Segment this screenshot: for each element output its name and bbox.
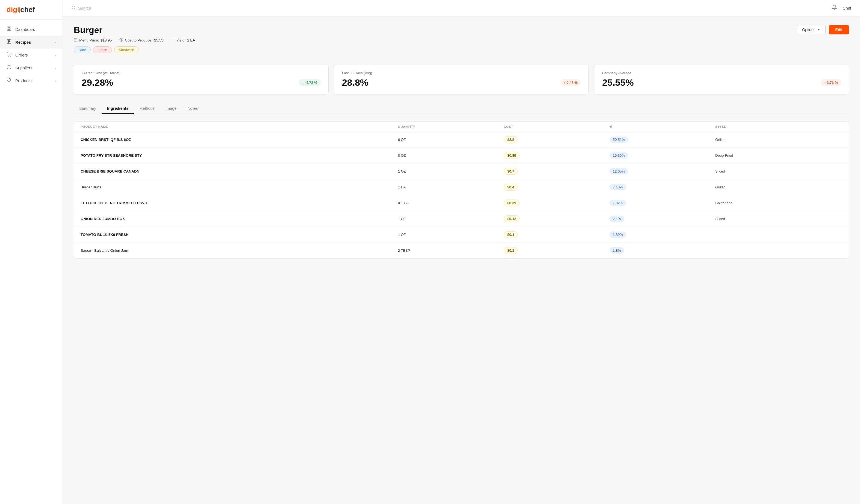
- arrow-up-icon: ↑: [824, 80, 826, 85]
- cost-badge: $0.39: [504, 199, 520, 206]
- quantity-cell: 0.1 EA: [398, 201, 504, 205]
- table-row[interactable]: LETTUCE ICEBERG TRIMMED FDSVC 0.1 EA $0.…: [74, 195, 849, 211]
- nav-arrow-icon: ›: [55, 54, 56, 57]
- percent-cell: 1.89%: [610, 232, 715, 238]
- menu-price-label: Menu Price:: [79, 38, 99, 42]
- yield-value: 1 EA: [187, 38, 195, 42]
- tab-image[interactable]: Image: [160, 103, 182, 114]
- table-row[interactable]: Sauce - Balsamic Onion Jam 2 TBSP $0.1 1…: [74, 243, 849, 258]
- cost-icon: [119, 38, 123, 43]
- table-row[interactable]: Burger Buns 1 EA $0.4 7.13% Grilled: [74, 179, 849, 195]
- sidebar-item-orders[interactable]: Orders ›: [0, 49, 62, 61]
- cost-badge: $0.1: [504, 247, 518, 254]
- percent-cell: 2.1%: [610, 216, 715, 222]
- percent-cell: 15.39%: [610, 152, 715, 159]
- sidebar-item-recipes[interactable]: Recipes ›: [0, 36, 62, 49]
- stat-value-row: 28.8% ↑ 0.48 %: [342, 77, 581, 88]
- sidebar-item-label: Orders: [15, 53, 28, 57]
- stat-label: Last 30 Days (Avg): [342, 71, 581, 75]
- percent-badge: 1.8%: [610, 247, 624, 254]
- cost-cell: $2.8: [504, 136, 610, 143]
- table-row[interactable]: CHEESE BRIE SQUARE CANADN 1 OZ $0.7 12.6…: [74, 164, 849, 179]
- arrow-up-icon: ↑: [563, 80, 565, 85]
- cost-badge: $0.85: [504, 152, 520, 159]
- meta-row: Menu Price: $18.95 Cost to Produce: $5.5…: [74, 38, 195, 43]
- svg-rect-3: [10, 29, 11, 31]
- percent-badge: 1.89%: [610, 232, 626, 238]
- table-row[interactable]: CHICKEN BRST IQF B/S 6OZ 6 OZ $2.8 50.51…: [74, 132, 849, 148]
- table-body: CHICKEN BRST IQF B/S 6OZ 6 OZ $2.8 50.51…: [74, 132, 849, 258]
- tab-methods[interactable]: Methods: [134, 103, 160, 114]
- nav-menu: Dashboard Recipes › Orders › Suppliers ›: [0, 20, 62, 90]
- table-header: PRODUCT NAME QUANTITY COST % STYLE: [74, 122, 849, 132]
- style-cell: Grilled: [715, 185, 842, 189]
- stat-label: Company Average: [602, 71, 841, 75]
- sidebar-item-label: Suppliers: [15, 65, 32, 70]
- tags-row: Core Lunch Sandwich: [74, 46, 195, 53]
- nav-arrow-icon: ›: [55, 66, 56, 70]
- yield-icon: [171, 38, 175, 43]
- stat-badge-red: ↑ 3.73 %: [821, 79, 841, 86]
- style-cell: Sliced: [715, 169, 842, 173]
- cost-produce-value: $5.55: [154, 38, 163, 42]
- logo-area: digichef: [0, 0, 62, 20]
- svg-rect-0: [7, 27, 9, 28]
- nav-arrow-icon: ›: [55, 79, 56, 83]
- logo-chef: chef: [20, 5, 35, 14]
- logo: digichef: [6, 5, 56, 14]
- search-icon: [72, 5, 76, 11]
- product-name-cell: LETTUCE ICEBERG TRIMMED FDSVC: [81, 201, 398, 205]
- cost-cell: $0.1: [504, 247, 610, 254]
- search-placeholder: Search: [78, 6, 91, 10]
- style-cell: Chiffonade: [715, 201, 842, 205]
- product-name-cell: CHICKEN BRST IQF B/S 6OZ: [81, 138, 398, 142]
- quantity-cell: 1 OZ: [398, 233, 504, 237]
- product-name-cell: CHEESE BRIE SQUARE CANADN: [81, 169, 398, 173]
- stat-card-current-cost: Current Cost (vs. Target) 29.28% ↓ -4.72…: [74, 64, 329, 95]
- options-button[interactable]: Options: [797, 25, 825, 34]
- cost-produce-label: Cost to Produce:: [125, 38, 153, 42]
- tag-lunch[interactable]: Lunch: [93, 46, 112, 53]
- col-quantity: QUANTITY: [398, 125, 504, 128]
- cost-cell: $0.7: [504, 168, 610, 175]
- recipes-icon: [6, 39, 12, 45]
- notification-bell-icon[interactable]: [832, 5, 837, 12]
- tab-notes[interactable]: Notes: [182, 103, 203, 114]
- percent-badge: 7.13%: [610, 184, 626, 190]
- menu-price-value: $18.95: [101, 38, 112, 42]
- table-row[interactable]: POTATO FRY STR SEASHORE STY 8 OZ $0.85 1…: [74, 148, 849, 164]
- tag-sandwich[interactable]: Sandwich: [114, 46, 139, 53]
- main-content: Search Chef Burger Menu Price: $18.9: [63, 0, 860, 504]
- quantity-cell: 1 OZ: [398, 169, 504, 173]
- badge-value: -4.72 %: [305, 80, 317, 85]
- tab-summary[interactable]: Summary: [74, 103, 102, 114]
- table-row[interactable]: TOMATO BULK 5X6 FRESH 1 OZ $0.1 1.89%: [74, 227, 849, 243]
- page-header: Burger Menu Price: $18.95 Cost to Produc: [74, 25, 849, 60]
- tag-core[interactable]: Core: [74, 46, 91, 53]
- sidebar-item-products[interactable]: Products ›: [0, 74, 62, 87]
- stat-badge-green: ↓ -4.72 %: [299, 79, 320, 86]
- topbar: Search Chef: [63, 0, 860, 16]
- stat-card-30days: Last 30 Days (Avg) 28.8% ↑ 0.48 %: [334, 64, 589, 95]
- col-cost: COST: [504, 125, 610, 128]
- stat-value: 28.8%: [342, 77, 368, 88]
- tab-ingredients[interactable]: Ingredients: [102, 103, 134, 114]
- arrow-down-icon: ↓: [302, 80, 304, 85]
- edit-button[interactable]: Edit: [829, 25, 849, 34]
- col-percent: %: [610, 125, 715, 128]
- table-row[interactable]: ONION RED JUMBO BOX 1 OZ $0.12 2.1% Slic…: [74, 211, 849, 227]
- style-cell: Sliced: [715, 217, 842, 221]
- header-actions: Options Edit: [797, 25, 849, 34]
- orders-icon: [6, 52, 12, 58]
- sidebar-item-dashboard[interactable]: Dashboard: [0, 23, 62, 36]
- sidebar: digichef Dashboard Recipes › Orders ›: [0, 0, 63, 504]
- suppliers-icon: [6, 65, 12, 71]
- cost-cell: $0.12: [504, 216, 610, 222]
- percent-badge: 15.39%: [610, 152, 628, 159]
- percent-cell: 7.13%: [610, 184, 715, 190]
- svg-point-11: [72, 6, 75, 9]
- search-area[interactable]: Search: [72, 5, 91, 11]
- sidebar-item-suppliers[interactable]: Suppliers ›: [0, 61, 62, 74]
- cost-badge: $0.1: [504, 231, 518, 238]
- svg-rect-1: [10, 27, 11, 28]
